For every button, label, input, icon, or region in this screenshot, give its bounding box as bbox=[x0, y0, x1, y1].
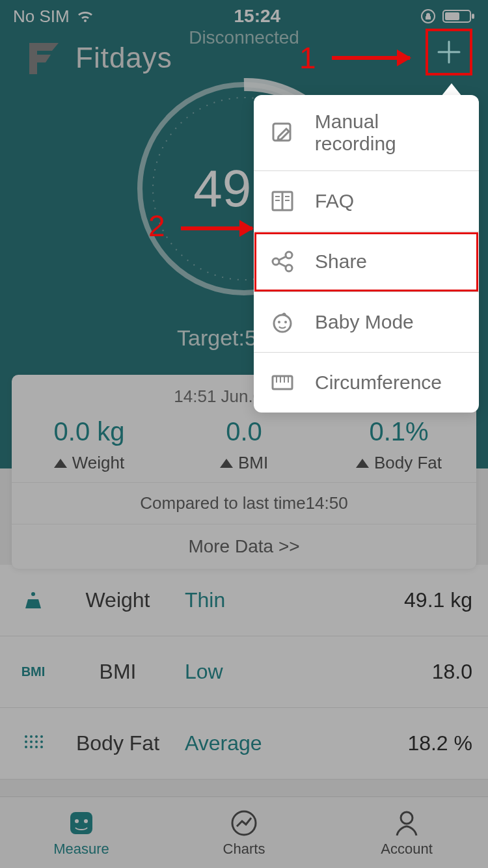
annotation-2-arrow-icon bbox=[181, 226, 252, 230]
svg-point-17 bbox=[30, 746, 33, 748]
svg-point-21 bbox=[75, 819, 79, 823]
row-value: 49.1 kg bbox=[404, 588, 472, 612]
svg-point-39 bbox=[284, 321, 287, 323]
baby-icon bbox=[268, 308, 297, 336]
edit-icon bbox=[268, 118, 297, 147]
charts-icon bbox=[229, 808, 259, 838]
svg-point-9 bbox=[30, 735, 33, 738]
svg-point-34 bbox=[286, 265, 292, 271]
bodyfat-icon bbox=[16, 733, 51, 755]
account-icon bbox=[392, 808, 422, 838]
metric-bmi[interactable]: 0.0 BMI bbox=[167, 417, 321, 473]
svg-point-15 bbox=[40, 740, 43, 743]
metric-bmi-value: 0.0 bbox=[167, 417, 321, 446]
tab-measure[interactable]: Measure bbox=[0, 797, 163, 868]
annotation-1-label: 1 bbox=[299, 40, 316, 75]
metric-bodyfat-label: Body Fat bbox=[374, 453, 442, 473]
svg-point-33 bbox=[273, 258, 279, 265]
svg-point-7 bbox=[31, 592, 35, 596]
row-name: Weight bbox=[56, 588, 180, 612]
app-title: Fitdays bbox=[75, 42, 172, 74]
row-value: 18.0 bbox=[432, 660, 472, 684]
app-logo-icon bbox=[20, 35, 65, 81]
svg-point-18 bbox=[35, 746, 38, 748]
svg-point-38 bbox=[278, 321, 280, 323]
measure-icon bbox=[66, 808, 96, 838]
annotation-1-arrow-icon bbox=[332, 56, 410, 60]
svg-point-10 bbox=[35, 735, 38, 738]
metric-bmi-label: BMI bbox=[238, 453, 268, 473]
weight-scale-icon bbox=[16, 589, 51, 612]
measurement-list: Weight Thin 49.1 kg BMI BMI Low 18.0 Bod… bbox=[0, 565, 488, 780]
tab-charts[interactable]: Charts bbox=[163, 797, 325, 868]
svg-rect-3 bbox=[472, 14, 474, 19]
rotation-lock-icon bbox=[420, 8, 436, 24]
bmi-icon: BMI bbox=[16, 664, 51, 679]
popover-item-share[interactable]: Share bbox=[254, 232, 479, 292]
svg-rect-2 bbox=[445, 12, 459, 20]
svg-line-35 bbox=[278, 256, 286, 260]
up-triangle-icon bbox=[220, 459, 233, 468]
add-button[interactable] bbox=[426, 29, 472, 75]
popover-label: Share bbox=[315, 251, 367, 273]
list-row-weight[interactable]: Weight Thin 49.1 kg bbox=[0, 565, 488, 636]
list-row-bodyfat[interactable]: Body Fat Average 18.2 % bbox=[0, 708, 488, 780]
list-row-bmi[interactable]: BMI BMI Low 18.0 bbox=[0, 636, 488, 708]
row-name: Body Fat bbox=[56, 731, 180, 755]
card-compare-text: Compared to last time14:50 bbox=[12, 482, 476, 524]
metric-bodyfat-value: 0.1% bbox=[321, 417, 476, 446]
popover-label: Circumference bbox=[315, 372, 442, 394]
share-icon bbox=[268, 247, 297, 276]
row-value: 18.2 % bbox=[407, 731, 472, 755]
tab-label: Account bbox=[381, 841, 433, 858]
row-status: Average bbox=[185, 731, 402, 755]
svg-point-24 bbox=[401, 812, 413, 824]
svg-point-19 bbox=[40, 746, 43, 748]
metric-bodyfat[interactable]: 0.1% Body Fat bbox=[321, 417, 476, 473]
up-triangle-icon bbox=[54, 459, 67, 468]
svg-point-8 bbox=[25, 735, 27, 738]
tab-label: Measure bbox=[53, 841, 109, 858]
svg-line-36 bbox=[278, 263, 286, 267]
up-triangle-icon bbox=[356, 459, 369, 468]
book-icon bbox=[268, 187, 297, 215]
popover-item-circumference[interactable]: Circumference bbox=[254, 353, 479, 413]
annotation-2-label: 2 bbox=[148, 208, 165, 243]
tab-bar: Measure Charts Account bbox=[0, 796, 488, 868]
ruler-icon bbox=[268, 368, 297, 397]
svg-point-16 bbox=[25, 746, 27, 748]
metric-weight[interactable]: 0.0 kg Weight bbox=[12, 417, 167, 473]
svg-point-11 bbox=[40, 735, 43, 738]
svg-point-32 bbox=[286, 252, 292, 258]
carrier-text: No SIM bbox=[13, 7, 70, 27]
popover-item-faq[interactable]: FAQ bbox=[254, 171, 479, 232]
popover-label: FAQ bbox=[315, 190, 354, 212]
battery-icon bbox=[442, 8, 475, 24]
svg-rect-20 bbox=[70, 812, 92, 834]
svg-point-13 bbox=[30, 740, 33, 743]
popover-label: Manual recording bbox=[315, 111, 465, 155]
wifi-icon bbox=[76, 9, 94, 23]
row-name: BMI bbox=[56, 660, 180, 684]
row-status: Thin bbox=[185, 588, 399, 612]
status-bar: No SIM 15:24 bbox=[0, 0, 488, 29]
svg-point-22 bbox=[84, 819, 88, 823]
svg-point-14 bbox=[35, 740, 38, 743]
plus-icon bbox=[435, 38, 463, 66]
tab-account[interactable]: Account bbox=[325, 797, 488, 868]
popover-item-manual-recording[interactable]: Manual recording bbox=[254, 95, 479, 171]
status-time: 15:24 bbox=[234, 6, 281, 27]
connection-status: Disconnected bbox=[189, 27, 299, 48]
row-status: Low bbox=[185, 660, 427, 684]
tab-label: Charts bbox=[223, 841, 265, 858]
svg-rect-40 bbox=[273, 376, 292, 389]
metric-weight-value: 0.0 kg bbox=[12, 417, 167, 446]
more-data-button[interactable]: More Data >> bbox=[12, 524, 476, 569]
popover-label: Baby Mode bbox=[315, 311, 414, 333]
svg-point-37 bbox=[274, 315, 291, 332]
add-popover-menu: Manual recording FAQ Share Baby Mode Cir… bbox=[254, 95, 479, 413]
metric-weight-label: Weight bbox=[72, 453, 124, 473]
popover-item-baby-mode[interactable]: Baby Mode bbox=[254, 292, 479, 353]
svg-rect-4 bbox=[29, 43, 37, 74]
svg-point-12 bbox=[25, 740, 27, 743]
